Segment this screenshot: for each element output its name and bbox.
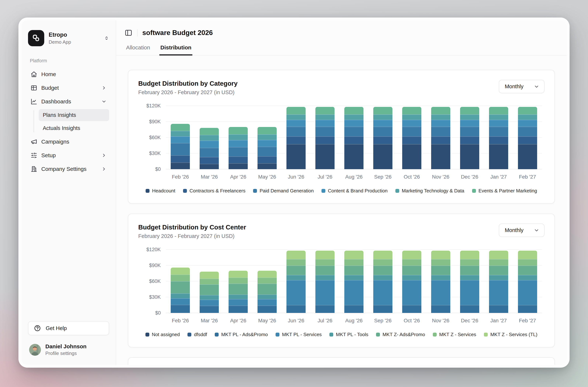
x-tick-label: Jul '26 [311, 318, 339, 324]
bar-May '26 [257, 271, 277, 313]
sidebar-item-budget[interactable]: Budget [28, 82, 109, 94]
workspace-switcher[interactable]: Etropo Demo App [28, 30, 109, 46]
sidebar-item-plans-insights[interactable]: Plans Insights [39, 109, 109, 121]
legend-swatch-icon [146, 333, 149, 337]
bar-Feb '26 [171, 267, 190, 313]
legend-label: MKT Z - Services [439, 332, 476, 337]
bar-segment [373, 251, 392, 259]
bar-segment [518, 305, 537, 313]
bar-segment [518, 107, 537, 115]
user-profile[interactable]: Daniel Johnson Profile settings [28, 343, 109, 356]
bar-Jul '26 [315, 107, 335, 169]
avatar [29, 344, 41, 356]
x-tick-label: Feb '26 [166, 174, 195, 180]
bar-Mar '26 [200, 272, 219, 313]
x-tick-label: Oct '26 [397, 174, 426, 180]
legend-swatch-icon [376, 333, 380, 337]
bar-segment [431, 107, 450, 115]
bar-Jan '27 [489, 251, 508, 313]
chart-title: Budget Distribution by Category [138, 80, 238, 87]
legend-label: Marketing Technology & Data [402, 188, 464, 194]
user-profile-settings: Profile settings [45, 350, 86, 356]
bar-segment [460, 136, 479, 144]
legend-item: MKT Z - Services (TL) [484, 332, 537, 337]
bar-segment [402, 136, 421, 144]
sidebar-item-company-settings[interactable]: Company Settings [28, 163, 109, 175]
bar-segment [286, 127, 306, 136]
bar-segment [518, 114, 537, 120]
bar-segment [431, 114, 450, 120]
chevron-down-icon [534, 228, 539, 233]
bar-segment [489, 127, 508, 136]
x-tick-label: Feb '26 [166, 318, 195, 324]
bar-segment [315, 114, 335, 120]
content-scroll-area[interactable]: Budget Distribution by Category February… [116, 56, 567, 365]
bar-segment [489, 265, 508, 275]
sidebar-item-home[interactable]: Home [28, 68, 109, 80]
legend-item: MKT PL - Tools [329, 332, 368, 337]
x-tick-label: Apr '26 [224, 318, 253, 324]
sidebar-item-campaigns[interactable]: Campaigns [28, 136, 109, 148]
tab-allocation[interactable]: Allocation [126, 44, 150, 55]
bar-segment [286, 114, 306, 120]
user-name: Daniel Johnson [45, 343, 86, 350]
bar-segment [257, 284, 277, 294]
bar-segment [518, 259, 537, 266]
bar-segment [171, 298, 190, 305]
x-tick-label: Sep '26 [368, 318, 397, 324]
megaphone-icon [31, 138, 37, 145]
bar-segment [344, 259, 363, 266]
bar-segment [460, 305, 479, 313]
bar-segment [171, 131, 190, 136]
bar-segment [200, 148, 219, 157]
interval-select[interactable]: Monthly [499, 224, 545, 237]
bar-segment [489, 136, 508, 144]
x-tick-label: Jan '27 [484, 318, 513, 324]
bar-segment [171, 143, 190, 155]
bar-Feb '27 [518, 251, 537, 313]
dashboards-subtree: Plans Insights Actuals Insights [34, 109, 109, 134]
bar-segment [171, 305, 190, 313]
bar-segment [286, 259, 306, 266]
bar-segment [257, 306, 277, 313]
bar-segment [171, 136, 190, 143]
bar-segment [171, 155, 190, 163]
y-tick-label: $30K [149, 151, 161, 156]
bar-segment [489, 144, 508, 169]
bar-Apr '26 [229, 127, 248, 169]
sidebar-toggle-icon[interactable] [125, 29, 132, 37]
bar-segment [257, 271, 277, 278]
bar-segment [286, 280, 306, 305]
legend-item: MKT PL - Ads&Promo [215, 332, 268, 337]
bar-segment [200, 300, 219, 306]
sidebar-item-actuals-insights[interactable]: Actuals Insights [39, 122, 109, 134]
bar-Aug '26 [344, 251, 363, 313]
tab-distribution[interactable]: Distribution [160, 44, 191, 55]
bar-segment [373, 259, 392, 266]
chart-legend: HeadcountContractors & FreelancersPaid D… [138, 188, 545, 194]
interval-select[interactable]: Monthly [499, 80, 545, 93]
legend-swatch-icon [395, 189, 399, 193]
sidebar-item-setup[interactable]: Setup [28, 149, 109, 162]
bar-segment [229, 147, 248, 157]
bar-segment [373, 144, 392, 169]
chart-title: Budget Distribution by Cost Center [138, 224, 246, 231]
bar-segment [518, 280, 537, 305]
bar-segment [171, 267, 190, 275]
sidebar-item-dashboards[interactable]: Dashboards [28, 96, 109, 108]
bar-segment [402, 114, 421, 120]
legend-item: Contractors & Freelancers [183, 188, 245, 194]
legend-label: Content & Brand Production [328, 188, 388, 194]
bar-segment [257, 134, 277, 140]
y-tick-label: $90K [149, 119, 161, 124]
bar-segment [229, 163, 248, 169]
bar-segment [200, 164, 219, 169]
bar-segment [286, 265, 306, 275]
legend-swatch-icon [329, 333, 333, 337]
get-help-button[interactable]: Get Help [28, 321, 109, 335]
bar-Sep '26 [373, 251, 392, 313]
bar-segment [315, 107, 335, 115]
bar-segment [460, 265, 479, 275]
legend-swatch-icon [215, 333, 219, 337]
legend-label: Headcount [152, 188, 175, 194]
